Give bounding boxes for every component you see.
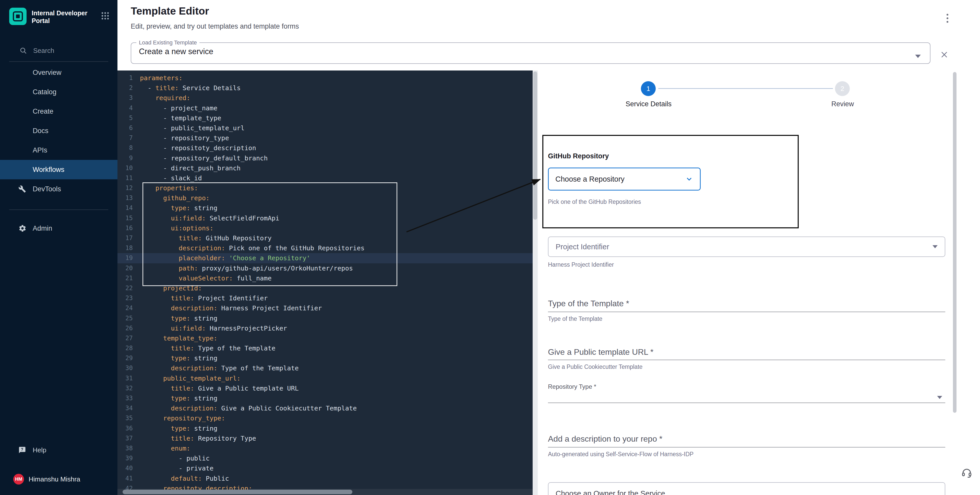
sidebar-item-apis[interactable]: APIs: [0, 140, 118, 160]
code-line: 40 - private: [118, 463, 533, 473]
kebab-menu-icon[interactable]: [942, 13, 953, 25]
line-number: 31: [118, 373, 133, 384]
line-number: 5: [118, 113, 133, 123]
sidebar-item-help[interactable]: Help: [0, 442, 118, 458]
support-icon[interactable]: [960, 466, 974, 479]
line-number: 8: [118, 143, 133, 153]
wrench-icon: [18, 185, 26, 193]
line-number: 9: [118, 153, 133, 163]
code-line: 7 - repository_type: [118, 133, 533, 143]
line-number: 3: [118, 93, 133, 103]
sidebar-search-label: Search: [33, 47, 54, 55]
load-template-select[interactable]: Load Existing Template Create a new serv…: [131, 39, 931, 64]
template-type-input[interactable]: [548, 312, 945, 312]
repository-type-select[interactable]: [548, 403, 945, 403]
code-line: 31 public_template_url:: [118, 373, 533, 384]
brand[interactable]: Internal Developer Portal: [9, 8, 109, 25]
line-number: 34: [118, 403, 133, 413]
avatar: HM: [13, 474, 24, 484]
code-editor[interactable]: 1parameters:2 - title: Service Details3 …: [118, 70, 533, 495]
sidebar-item-create[interactable]: Create: [0, 102, 118, 121]
sidebar-item-overview[interactable]: Overview: [0, 63, 118, 82]
owner-select[interactable]: Choose an Owner for the Service: [548, 482, 945, 495]
stepper-connector: [658, 88, 833, 89]
code-line: 16 ui:options:: [118, 223, 533, 233]
line-number: 6: [118, 123, 133, 133]
code-line: 22 projectId:: [118, 283, 533, 293]
sidebar-item-admin-label: Admin: [33, 224, 52, 232]
line-number: 17: [118, 233, 133, 243]
code-line: 10 - direct_push_branch: [118, 163, 533, 173]
repo-description-input[interactable]: [548, 447, 945, 447]
project-identifier-select[interactable]: Project Identifier: [548, 237, 945, 257]
pane-resizer[interactable]: [533, 70, 538, 495]
editor-horizontal-scrollbar[interactable]: [118, 489, 533, 495]
code-line: 17 title: GitHub Repository: [118, 233, 533, 243]
sidebar-item-docs[interactable]: Docs: [0, 121, 118, 140]
apps-grid-icon[interactable]: [101, 8, 109, 22]
repo-description-helper: Auto-generated using Self-Service-Flow o…: [548, 450, 694, 458]
line-number: 16: [118, 223, 133, 233]
stepper-step-2[interactable]: 2: [835, 81, 850, 96]
code-line: 1parameters:: [118, 73, 533, 83]
github-repository-select[interactable]: Choose a Repository: [548, 167, 701, 191]
line-number: 40: [118, 463, 133, 473]
chevron-down-icon: [937, 396, 942, 399]
code-line: 9 - repository_default_branch: [118, 153, 533, 163]
sidebar-item-admin[interactable]: Admin: [0, 219, 118, 238]
sidebar-item-label: Overview: [33, 69, 62, 76]
sidebar-nav: OverviewCatalogCreateDocsAPIsWorkflowsDe…: [0, 63, 118, 199]
stepper-step-2-label: Review: [831, 100, 854, 108]
code-line: 13 github_repo:: [118, 193, 533, 203]
line-number: 19: [118, 253, 133, 263]
code-line: 2 - title: Service Details: [118, 83, 533, 93]
chevron-down-icon: [932, 245, 938, 248]
close-icon[interactable]: [939, 49, 949, 60]
repo-description-label: Add a description to your repo *: [548, 434, 662, 444]
sidebar-item-label: Workflows: [33, 166, 64, 173]
line-number: 21: [118, 273, 133, 283]
code-line: 6 - public_template_url: [118, 123, 533, 133]
sidebar-item-label: Catalog: [33, 88, 56, 96]
user-profile[interactable]: HM Himanshu Mishra: [0, 472, 118, 486]
public-url-helper: Give a Public Cookiecutter Template: [548, 363, 643, 370]
line-number: 26: [118, 323, 133, 333]
code-line: 14 type: string: [118, 203, 533, 213]
stepper-step-1[interactable]: 1: [641, 81, 656, 96]
code-line: 8 - repositoty_description: [118, 143, 533, 153]
search-icon: [19, 47, 27, 54]
code-line: 39 - public: [118, 454, 533, 463]
app-title: Internal Developer Portal: [32, 8, 92, 24]
line-number: 12: [118, 183, 133, 193]
sidebar-item-devtools[interactable]: DevTools: [0, 179, 118, 199]
code-line: 34 description: Give a Public Cookiecutt…: [118, 403, 533, 413]
sidebar-search[interactable]: Search: [0, 43, 118, 58]
stepper-step-1-label: Service Details: [625, 100, 671, 108]
code-line: 30 description: Type of the Template: [118, 363, 533, 373]
code-line: 35 repository_type:: [118, 413, 533, 423]
sidebar-item-workflows[interactable]: Workflows: [0, 160, 118, 179]
line-number: 7: [118, 133, 133, 143]
load-template-value: Create a new service: [139, 47, 930, 56]
line-number: 25: [118, 314, 133, 323]
code-line: 19 placeholder: 'Choose a Repository': [118, 253, 533, 263]
code-line: 26 ui:field: HarnessProjectPicker: [118, 323, 533, 333]
code-line: 15 ui:field: SelectFieldFromApi: [118, 213, 533, 223]
line-number: 37: [118, 433, 133, 443]
sidebar: Internal Developer Portal Search Overvie…: [0, 0, 118, 495]
page-scrollbar[interactable]: [953, 72, 956, 413]
code-line: 32 title: Give a Public template URL: [118, 384, 533, 393]
code-line: 41 default: Public: [118, 474, 533, 484]
public-url-label: Give a Public template URL *: [548, 347, 654, 357]
public-url-input[interactable]: [548, 360, 945, 360]
user-name: Himanshu Mishra: [29, 475, 80, 483]
line-number: 39: [118, 454, 133, 463]
code-line: 21 valueSelector: full_name: [118, 273, 533, 283]
code-line: 23 title: Project Identifier: [118, 293, 533, 303]
github-repository-value: Choose a Repository: [555, 175, 625, 183]
sidebar-divider: [9, 209, 108, 210]
editor-vertical-scrollbar-thumb[interactable]: [533, 72, 537, 220]
code-line: 11 - slack_id: [118, 173, 533, 183]
line-number: 11: [118, 173, 133, 183]
sidebar-item-catalog[interactable]: Catalog: [0, 82, 118, 102]
